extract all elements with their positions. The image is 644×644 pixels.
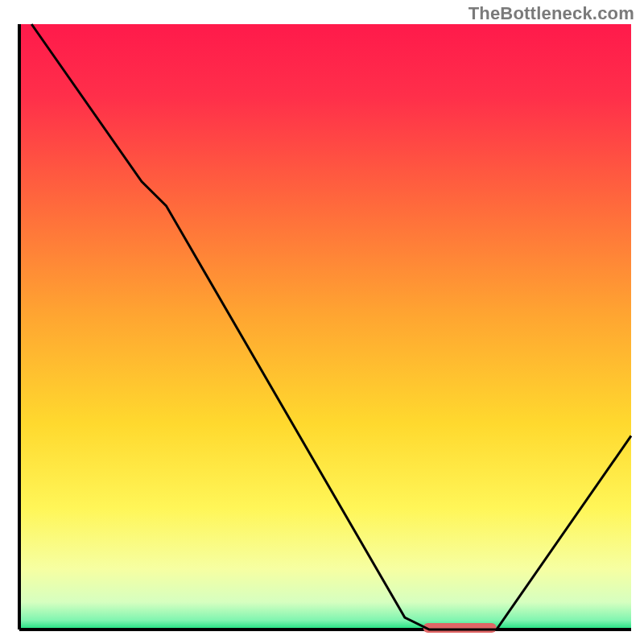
watermark-label: TheBottleneck.com [469, 3, 634, 24]
bottleneck-chart [0, 0, 644, 644]
optimal-marker [423, 623, 497, 633]
chart-stage: TheBottleneck.com [0, 0, 644, 644]
plot-gradient-background [19, 24, 631, 630]
